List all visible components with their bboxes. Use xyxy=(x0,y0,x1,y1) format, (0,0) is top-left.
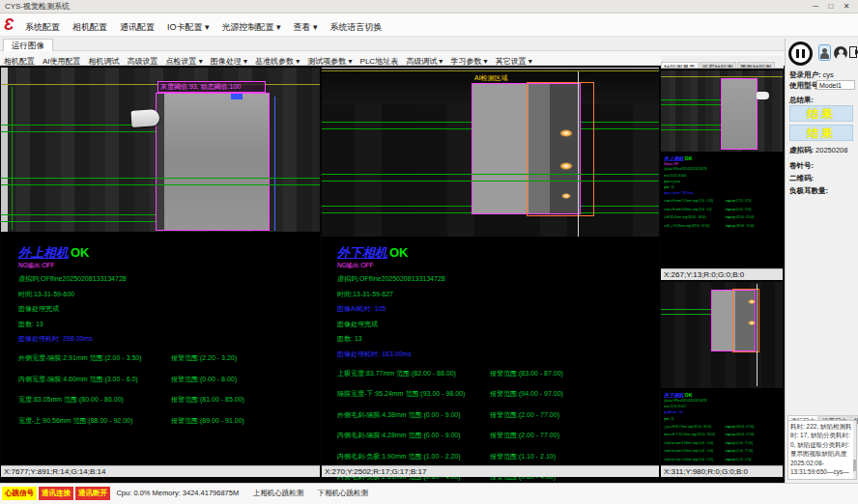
weld-glow xyxy=(561,193,571,199)
measurement-row: 隔膜宽度-下:95.24mm 范围:(93.00 - 98.00)报警范围:(9… xyxy=(664,433,780,436)
defect-view-tabs: 缺陷图显示所有缺陷图画面缺陷图 xyxy=(661,56,784,69)
menu-item[interactable]: 相机配置 xyxy=(72,15,107,39)
side-panel: 登录用户: cys 使用型号: Model1 总结果: 结果 结果 虚拟码: 2… xyxy=(785,39,858,483)
log-output[interactable]: 耗时: 222, 缺陷检测耗时: 17, 缺陷分类耗时: 0, 缺陷提取分类耗时… xyxy=(787,420,857,480)
blue-marker xyxy=(231,94,243,99)
battery-cell-region xyxy=(156,93,270,231)
tab[interactable]: 画面缺陷图 xyxy=(737,62,775,69)
measurement-row: 内侧毛刺-隔膜:4.28mm 范围:(0.00 - 9.00)报警范围:(2.0… xyxy=(664,450,780,454)
minimize-button[interactable]: ─ xyxy=(808,0,823,14)
scrollbar[interactable] xyxy=(853,421,856,479)
measurement-row: 内侧毛刺-负极:1.90mm 范围:(1.00 - 2.20)报警范围:(1.1… xyxy=(664,458,780,462)
status-bar: 心跳信号通讯连接通讯断开 Cpu: 0.0% Memory: 3424.4179… xyxy=(0,483,858,504)
measure-line-green xyxy=(1,221,156,222)
maximize-button[interactable]: □ xyxy=(823,0,839,14)
measurement-row: 宽度:83.05mm 范围:(80.00 - 86.00)报警范围:(81.00… xyxy=(664,215,780,219)
result-ok: OK xyxy=(389,245,409,260)
ng-output-line: NG输出:OFF xyxy=(664,162,780,166)
camera-title: 外下相机OK xyxy=(337,244,642,262)
measurement-row: 内侧宽度-隔膜:4.60mm 范围:(3.00 - 6.0)报警范围:(0.00… xyxy=(664,208,780,211)
pause-button[interactable] xyxy=(788,42,813,66)
logout-button[interactable] xyxy=(849,45,858,60)
ai-time-line: 图像AI耗时: 105 xyxy=(337,304,642,314)
qrcode-field: 二维码: xyxy=(789,174,814,183)
top-edge-line xyxy=(322,68,659,69)
upper-camera-heartbeat: 上相机心跳检测 xyxy=(253,489,304,497)
total-result-label: 总结果: xyxy=(789,96,814,105)
roi-rect-orange xyxy=(527,82,594,216)
time-line: 时间:13-31-59-600 xyxy=(18,290,323,299)
login-user-value: cys xyxy=(823,70,834,79)
edge-line-white xyxy=(757,284,758,386)
model-value-box[interactable]: Model1 xyxy=(816,80,855,90)
measure-line-green xyxy=(661,314,711,315)
measure-line-green xyxy=(661,129,721,130)
thumbnail-lower-camera[interactable]: 外下相机OK 虚拟码:OFfline20250208133134728 时间:1… xyxy=(661,282,783,477)
menu-item[interactable]: 光源控制配置 ▾ xyxy=(222,15,281,39)
camera-image-lower[interactable]: AI检测区域 xyxy=(322,68,659,237)
measure-line-green xyxy=(661,125,721,126)
result-ok: OK xyxy=(71,245,90,260)
camera-view-upper[interactable]: 灰度阈值:93, 动态阈值:100 外上相机OK NG输出:OFF 虚拟码:OF… xyxy=(1,66,320,477)
tab[interactable]: 所有缺陷图 xyxy=(700,62,737,69)
menu-item[interactable]: 通讯配置 xyxy=(120,15,155,39)
measurement-row: 内侧毛刺-隔膜:4.28mm 范围:(0.00 - 9.00)报警范围:(2.0… xyxy=(337,431,642,440)
login-user-field: 登录用户: cys xyxy=(789,70,834,80)
image-edge-strip xyxy=(1,68,8,232)
time-line: 时间:13-31-59-600 xyxy=(664,174,780,178)
title-bar: CYS-视觉检测系统 xyxy=(0,0,858,14)
pixel-status-bar: X:270;Y:2502;R:17;G:17;B:17 xyxy=(322,465,659,477)
result-ok: OK xyxy=(685,392,693,398)
menu-item[interactable]: 系统配置 xyxy=(25,15,60,39)
measurement-row: 外侧毛刺-隔膜:4.38mm 范围:(0.00 - 9.00)报警范围:(2.0… xyxy=(337,410,642,420)
operator-mode-button[interactable] xyxy=(818,44,831,61)
cpu-memory-status: Cpu: 0.0% Memory: 3424.41796875M xyxy=(116,489,239,497)
status-badges: 心跳信号通讯连接通讯断开 xyxy=(2,482,112,498)
thumbnail-text: 外上相机OK NG输出:OFF 虚拟码:OFfline2025020813313… xyxy=(664,155,782,269)
measure-line-green xyxy=(661,104,721,105)
lower-camera-heartbeat: 下相机心跳检测 xyxy=(318,489,369,497)
measurement-list: 外侧宽度-隔膜:2.91mm 范围:(2.00 - 3.50)报警范围:(2.2… xyxy=(18,353,323,426)
measure-line-green xyxy=(1,184,320,185)
ng-output-line: NG输出:OFF xyxy=(337,262,642,270)
camera-name: 外下相机 xyxy=(664,392,684,398)
window-title: CYS-视觉检测系统 xyxy=(5,2,70,11)
measure-line-green xyxy=(1,131,156,132)
measurement-row: 外侧宽度-隔膜:2.91mm 范围:(2.00 - 3.50)报警范围:(2.2… xyxy=(18,353,323,363)
log-text: 耗时: 222, 缺陷检测耗时: 17, 缺陷分类耗时: 0, 缺陷提取分类耗时… xyxy=(790,423,852,480)
weld-glow xyxy=(559,162,573,170)
elapsed-line: 图像处理耗时: 183.00ms xyxy=(337,350,642,359)
elapsed-line: 图像处理耗时: 298.00ms xyxy=(664,191,780,195)
barcode-line: 虚拟码:OFfline20250208133134728 xyxy=(337,274,642,284)
menu-items: 系统配置相机配置通讯配置IO卡配置 ▾光源控制配置 ▾查看 ▾系统语言切换 xyxy=(25,14,395,37)
menu-item[interactable]: 查看 ▾ xyxy=(294,15,318,39)
result-text-upper: 外上相机OK NG输出:OFF 虚拟码:OFfline2025020813313… xyxy=(18,244,323,436)
view-tab-strip: 运行图像 xyxy=(0,37,858,51)
menu-item[interactable]: 系统语言切换 xyxy=(330,15,383,39)
ng-output-line: NG输出:OFF xyxy=(18,262,323,270)
pin-field: 卷针号: xyxy=(789,161,814,171)
status-badge: 通讯连接 xyxy=(39,487,73,500)
ai-region-label: AI检测区域 xyxy=(474,73,508,83)
barcode-field: 虚拟码: 20250208 xyxy=(789,146,847,155)
done-line: 图像处理完成 xyxy=(18,304,323,314)
ai-time-line: 图像AI耗时: 105 xyxy=(664,411,780,415)
camera-view-lower[interactable]: AI检测区域 外下相机OK NG输出:OFF 虚拟码:OFfline202502… xyxy=(322,66,659,477)
user-account-button[interactable] xyxy=(834,46,847,60)
close-button[interactable]: ✕ xyxy=(839,0,854,14)
thumbnail-upper-camera[interactable]: 外上相机OK NG输出:OFF 虚拟码:OFfline2025020813313… xyxy=(661,69,783,280)
tab-run-image[interactable]: 运行图像 xyxy=(3,39,53,51)
done-line: 图像处理完成 xyxy=(664,180,780,183)
weld-glow xyxy=(748,299,756,304)
tab-connector xyxy=(130,109,159,127)
weld-glow xyxy=(559,129,573,137)
tab[interactable]: 缺陷图显示 xyxy=(661,62,699,69)
time-line: 时间:13-31-59-627 xyxy=(664,405,780,408)
camera-image-upper[interactable]: 灰度阈值:93, 动态阈值:100 xyxy=(1,68,320,232)
result-text-lower: 外下相机OK NG输出:OFF 虚拟码:OFfline2025020813313… xyxy=(337,244,642,493)
camera-title: 外上相机OK xyxy=(18,244,323,262)
measurement-row: 上极宽度:83.77mm 范围:(82.00 - 88.00)报警范围:(83.… xyxy=(337,369,642,378)
menu-item[interactable]: IO卡配置 ▾ xyxy=(167,15,210,39)
pixel-status-bar: X:7677;Y:891;R:14;G:14;B:14 xyxy=(1,465,320,477)
time-line: 时间:13-31-59-627 xyxy=(337,290,642,299)
